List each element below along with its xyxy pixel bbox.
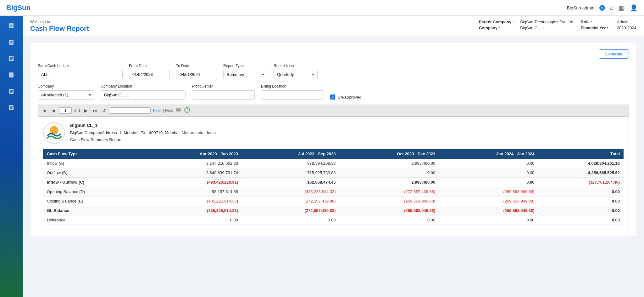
- cell-row3-col4: (269,563,949.88): [439, 187, 538, 197]
- report-type-select[interactable]: Summary Detailed: [223, 70, 267, 79]
- welcome-text: Welcome to: [30, 20, 89, 24]
- table-row: Opening Balance (D)58,197,314.58(435,225…: [43, 187, 624, 197]
- sidebar-item-6[interactable]: [4, 101, 18, 115]
- cell-row2-col5: (327,761,264.46): [538, 178, 624, 187]
- cell-row3-col0: Opening Balance (D): [43, 187, 142, 197]
- cell-row4-col3: (269,563,949.88): [340, 197, 439, 206]
- cell-row2-col3: 2,993,490.00: [340, 178, 439, 187]
- table-row: Outflow (B)3,640,639,791.74715,925,733.8…: [43, 168, 624, 178]
- refresh-circle-button[interactable]: [184, 107, 190, 114]
- filter-panel: Generate Bank/Cash Ledger From Date To D…: [30, 43, 636, 237]
- cell-row0-col4: 0.00: [439, 159, 538, 168]
- company-group: Company All selected (1): [38, 84, 94, 100]
- export-button[interactable]: [175, 107, 181, 114]
- company-logo: [43, 122, 65, 144]
- report-view-select[interactable]: Quarterly Monthly Yearly: [274, 70, 318, 79]
- from-date-input[interactable]: [129, 70, 170, 79]
- report-type-group: Report Type Summary Detailed: [223, 64, 267, 79]
- find-button[interactable]: Find: [153, 108, 160, 113]
- report-company-address: BigSun CompanyAddress_1, Mumbai, Pin- 40…: [70, 129, 216, 136]
- cell-row5-col0: GL Balance: [43, 206, 142, 215]
- cell-row6-col1: 0.00: [142, 215, 242, 225]
- next-page-button[interactable]: ▶: [83, 107, 89, 114]
- last-page-button[interactable]: ⏭: [92, 107, 98, 114]
- cell-row6-col4: 0.00: [439, 215, 538, 225]
- company-select[interactable]: All selected (1): [38, 90, 94, 100]
- grid-icon[interactable]: ▦: [619, 4, 625, 12]
- report-view-label: Report View: [274, 64, 318, 68]
- page-total-text: of 1: [74, 108, 80, 113]
- to-date-label: To Date: [176, 64, 217, 68]
- refresh-button[interactable]: ↺: [101, 107, 107, 114]
- role-value: Admin: [617, 20, 636, 24]
- cell-row0-col2: 878,594,208.33: [242, 159, 340, 168]
- report-type-label: Report Type: [223, 64, 267, 68]
- cell-row6-col2: 0.00: [242, 215, 340, 225]
- parent-company-value: BigSun Technologies Pvt. Ltd.: [520, 20, 575, 24]
- cell-row3-col1: 58,197,314.58: [142, 187, 242, 197]
- company-header: BigSun CL_1 BigSun CompanyAddress_1, Mum…: [43, 122, 624, 144]
- cell-row0-col3: 2,993,490.00: [340, 159, 439, 168]
- cell-row0-col0: Inflow (A): [43, 159, 142, 168]
- cell-row3-col5: 0.00: [538, 187, 624, 197]
- report-title-text: Cash Flow Summary Report: [70, 136, 216, 143]
- table-row: GL Balance(435,225,914.33)(272,557,439.8…: [43, 206, 624, 215]
- cell-row1-col0: Outflow (B): [43, 168, 142, 178]
- cell-row6-col3: 0.00: [340, 215, 439, 225]
- sidebar-item-2[interactable]: [4, 35, 18, 49]
- cell-row3-col3: (272,557,439.88): [340, 187, 439, 197]
- generate-btn-row: Generate: [38, 49, 629, 59]
- navbar: BigSun BigSun admin 9 ⌂ ▦ 👤: [0, 0, 644, 16]
- cell-row1-col3: 0.00: [340, 168, 439, 178]
- col-header-q1: Apr 2023 - Jun 2023: [142, 149, 242, 159]
- page-number-input[interactable]: [59, 107, 72, 114]
- table-header-row: Cash Flow Type Apr 2023 - Jun 2023 Jul 2…: [43, 149, 624, 159]
- sidebar: [0, 16, 23, 297]
- cell-row1-col5: 4,356,565,525.62: [538, 168, 624, 178]
- generate-button[interactable]: Generate: [599, 49, 629, 59]
- page-title: Cash Flow Report: [30, 25, 89, 33]
- bank-ledger-label: Bank/Cash Ledger: [38, 64, 123, 68]
- main-content: Welcome to Cash Flow Report Parent Compa…: [23, 16, 644, 297]
- cell-row1-col2: 715,925,733.88: [242, 168, 340, 178]
- find-input[interactable]: [110, 107, 151, 114]
- cell-row5-col2: (272,557,439.88): [242, 206, 340, 215]
- unapproved-checkbox[interactable]: [330, 94, 335, 100]
- bank-ledger-input[interactable]: [38, 70, 123, 79]
- prev-page-button[interactable]: ◀: [51, 107, 57, 114]
- sidebar-item-4[interactable]: [4, 68, 18, 82]
- home-icon[interactable]: ⌂: [610, 4, 614, 11]
- sidebar-item-3[interactable]: [4, 52, 18, 66]
- cell-row2-col0: Inflow - Outflow (C): [43, 178, 142, 187]
- cell-row4-col2: (272,557,439.88): [242, 197, 340, 206]
- filter-row-2: Company All selected (1) Company Locatio…: [38, 84, 629, 100]
- company-label: Company :: [479, 26, 514, 30]
- user-icon[interactable]: 👤: [630, 4, 638, 12]
- to-date-input[interactable]: [176, 70, 217, 79]
- user-name: BigSun admin: [567, 5, 594, 10]
- to-date-group: To Date: [176, 64, 217, 79]
- fy-value: 2023-2024: [617, 26, 636, 30]
- parent-company-label: Parent Company :: [479, 20, 514, 24]
- cell-row4-col1: (435,225,914.33): [142, 197, 242, 206]
- cell-row4-col0: Closing Balance (E): [43, 197, 142, 206]
- bank-ledger-group: Bank/Cash Ledger: [38, 64, 123, 79]
- notification-badge[interactable]: 9: [599, 5, 605, 11]
- profit-center-input[interactable]: [192, 90, 255, 100]
- report-view-group: Report View Quarterly Monthly Yearly: [274, 64, 318, 79]
- billing-location-input[interactable]: [261, 90, 324, 100]
- unapproved-label: Un-approved: [338, 95, 361, 100]
- cell-row5-col5: 0.00: [538, 206, 624, 215]
- billing-location-group: Billing Location: [261, 84, 324, 100]
- sidebar-item-5[interactable]: [4, 84, 18, 98]
- cell-row5-col1: (435,225,914.33): [142, 206, 242, 215]
- cell-row6-col0: Difference: [43, 215, 142, 225]
- report-table: Cash Flow Type Apr 2023 - Jun 2023 Jul 2…: [43, 149, 624, 225]
- sidebar-item-1[interactable]: [4, 19, 18, 33]
- app-brand[interactable]: BigSun: [6, 4, 31, 12]
- company-location-input[interactable]: [101, 90, 186, 100]
- cell-row0-col1: 3,147,216,562.83: [142, 159, 242, 168]
- cell-row1-col1: 3,640,639,791.74: [142, 168, 242, 178]
- first-page-button[interactable]: ⏮: [41, 107, 48, 114]
- cell-row2-col2: 162,668,474.45: [242, 178, 340, 187]
